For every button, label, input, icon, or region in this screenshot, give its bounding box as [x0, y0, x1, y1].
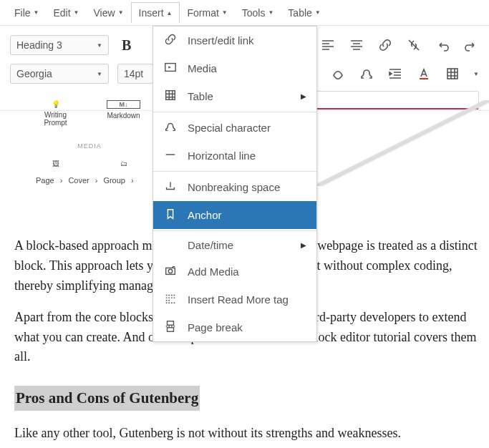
breadcrumb: Page› Cover› Group› — [36, 176, 143, 185]
dd-insert-link[interactable]: Insert/edit link — [153, 26, 316, 54]
sidebar-area: 💡 Writing Prompt M↓ Markdown MEDIA 🖼 🗂 P… — [36, 100, 143, 185]
dd-label: Anchor — [188, 209, 222, 221]
menu-insert[interactable]: Insert▲ — [131, 2, 180, 23]
toolbar-icons-right — [320, 37, 479, 53]
dd-label: Date/time — [188, 239, 233, 251]
chevron-right-icon: ▶ — [301, 241, 306, 249]
heading-3-selected: Pros and Cons of Gutenberg — [14, 386, 200, 411]
indent-icon[interactable] — [387, 66, 403, 82]
dd-add-media[interactable]: Add Media — [153, 258, 316, 286]
bookmark-icon — [163, 208, 178, 223]
separator — [153, 112, 316, 112]
chevron-right-icon: › — [60, 176, 63, 185]
toolbar-icons-right-2: ▼ — [330, 66, 479, 82]
menu-edit[interactable]: Edit▼ — [46, 3, 86, 23]
sidebar-section-heading: MEDIA — [36, 142, 143, 150]
dd-label: Media — [188, 62, 217, 74]
font-size-select[interactable]: 14pt — [117, 64, 153, 84]
background-decoration — [317, 100, 489, 186]
menu-file[interactable]: File▼ — [7, 3, 46, 23]
unlink-icon[interactable] — [406, 37, 422, 53]
dd-horizontal-line[interactable]: Horizontal line — [153, 142, 316, 170]
menu-view-label: View — [94, 7, 115, 19]
svg-rect-7 — [168, 328, 174, 331]
menu-view[interactable]: View▼ — [87, 3, 131, 23]
menu-table-label: Table — [288, 7, 311, 19]
chevron-down-icon: ▼ — [118, 9, 124, 16]
insert-menu-dropdown: Insert/edit link Media Table ▶ Special c… — [152, 26, 317, 342]
chevron-down-icon: ▼ — [268, 9, 273, 16]
pagebreak-icon — [163, 320, 178, 335]
svg-rect-3 — [166, 91, 175, 100]
menu-format[interactable]: Format▼ — [180, 3, 234, 23]
markdown-icon: M↓ — [107, 100, 140, 109]
dd-datetime[interactable]: Date/time ▶ — [153, 233, 316, 258]
dd-label: Nonbreaking space — [188, 181, 280, 193]
font-family-select[interactable]: Georgia▼ — [10, 64, 109, 84]
readmore-icon — [163, 292, 178, 307]
dd-label: Insert/edit link — [188, 34, 254, 47]
dd-page-break[interactable]: Page break — [153, 313, 316, 341]
menu-format-label: Format — [187, 7, 218, 19]
menu-table[interactable]: Table▼ — [281, 3, 327, 23]
align-center-icon[interactable] — [349, 37, 364, 53]
omega-icon[interactable] — [359, 66, 374, 82]
chevron-down-icon: ▼ — [97, 42, 102, 49]
paint-icon[interactable] — [330, 66, 346, 82]
chevron-down-icon[interactable]: ▼ — [473, 71, 479, 77]
font-size-value: 14pt — [124, 68, 143, 79]
chevron-right-icon: › — [95, 176, 98, 185]
paragraph-style-select[interactable]: Heading 3▼ — [10, 35, 109, 55]
dd-special-char[interactable]: Special character — [153, 114, 316, 142]
dd-label: Special character — [188, 122, 271, 134]
svg-rect-1 — [447, 69, 457, 79]
dd-media[interactable]: Media — [153, 54, 316, 82]
dd-label: Page break — [188, 321, 243, 333]
sidebar-media-gallery[interactable]: 🗂 — [120, 160, 127, 167]
gallery-icon: 🗂 — [120, 160, 127, 167]
breadcrumb-item[interactable]: Page — [36, 176, 54, 185]
breadcrumb-item[interactable]: Group — [103, 176, 125, 185]
table-icon[interactable] — [445, 66, 460, 82]
align-left-icon[interactable] — [320, 37, 336, 53]
link-icon — [163, 33, 178, 48]
separator — [153, 230, 316, 231]
paragraph: Like any other tool, Gutenberg is not wi… — [14, 424, 489, 444]
omega-icon — [163, 120, 178, 135]
sidebar-widget-markdown[interactable]: M↓ Markdown — [107, 100, 140, 127]
textcolor-icon[interactable] — [416, 66, 432, 82]
menu-tools[interactable]: Tools▼ — [235, 3, 281, 23]
dd-label: Insert Read More tag — [188, 293, 289, 306]
breadcrumb-item[interactable]: Cover — [68, 176, 89, 185]
chevron-down-icon: ▼ — [97, 71, 102, 77]
media-icon — [163, 61, 178, 76]
redo-icon[interactable] — [463, 37, 479, 53]
paragraph-style-value: Heading 3 — [16, 39, 62, 51]
chevron-down-icon: ▼ — [74, 9, 79, 16]
sidebar-item-label: Markdown — [107, 112, 140, 120]
dd-label: Horizontal line — [188, 150, 256, 162]
dd-read-more[interactable]: Insert Read More tag — [153, 286, 316, 313]
chevron-up-icon: ▲ — [167, 10, 173, 16]
hr-icon — [163, 148, 178, 163]
dd-table[interactable]: Table ▶ — [153, 82, 316, 110]
font-family-value: Georgia — [16, 68, 52, 79]
svg-rect-0 — [420, 78, 428, 79]
nbsp-icon — [163, 180, 178, 195]
menu-tools-label: Tools — [242, 7, 266, 19]
link-icon[interactable] — [377, 37, 393, 53]
separator — [153, 171, 316, 172]
sidebar-media-image[interactable]: 🖼 — [52, 160, 59, 167]
svg-point-5 — [168, 269, 172, 273]
undo-icon[interactable] — [435, 37, 450, 53]
dd-label: Add Media — [188, 266, 239, 278]
dd-anchor[interactable]: Anchor — [153, 201, 316, 229]
chevron-down-icon: ▼ — [315, 9, 321, 16]
chevron-right-icon: › — [131, 176, 134, 185]
camera-icon — [163, 264, 178, 279]
chevron-right-icon: ▶ — [301, 92, 306, 100]
sidebar-item-label: Writing Prompt — [36, 111, 75, 127]
sidebar-widget-writing-prompt[interactable]: 💡 Writing Prompt — [36, 100, 75, 127]
bold-button[interactable]: B — [117, 36, 135, 55]
dd-nbsp[interactable]: Nonbreaking space — [153, 173, 316, 201]
